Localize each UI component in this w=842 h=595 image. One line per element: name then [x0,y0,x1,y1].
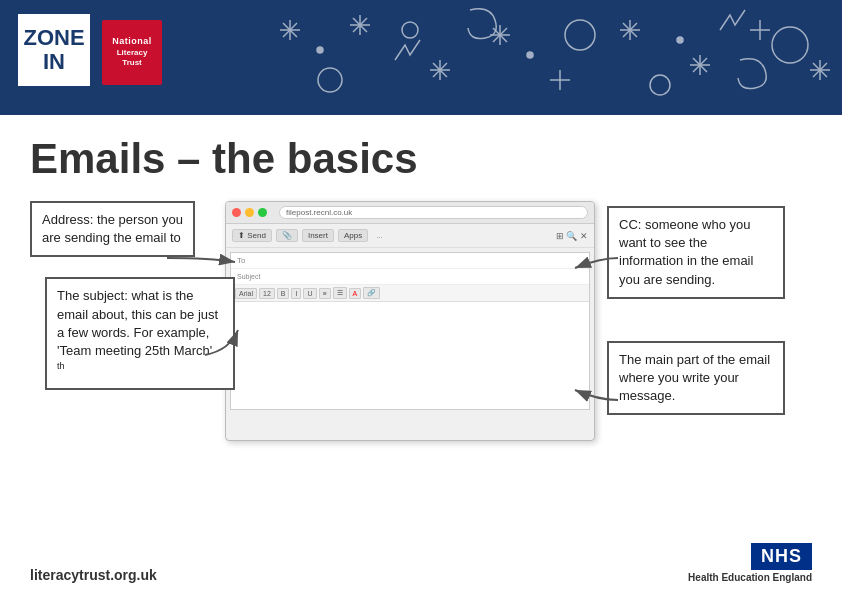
insert-btn: Insert [302,229,334,242]
subject-annotation: The subject: what is the email about, th… [45,277,235,389]
zone-in-logo: ZONE IN [18,14,90,86]
address-annotation: Address: the person you are sending the … [30,201,195,257]
left-annotations: Address: the person you are sending the … [30,201,235,390]
to-field: To [231,253,589,269]
maximize-dot [258,208,267,217]
bold-btn: B [277,288,290,299]
compose-body [231,302,589,362]
nhs-logo: NHS Health Education England [688,543,812,583]
link-btn: 🔗 [363,287,380,299]
email-mockup-wrapper: filepost.recnl.co.uk ⬆ Send 📎 Insert App… [225,201,595,441]
subject-field-label: Subject [237,273,272,280]
mock-toolbar: filepost.recnl.co.uk [226,202,594,224]
subject-field: Subject [231,269,589,285]
size-btn: 12 [259,288,275,299]
main-content: Emails – the basics Address: the person … [0,115,842,451]
svg-point-38 [317,47,323,53]
footer-link: literacytrust.org.uk [30,567,157,583]
attach-btn: 📎 [276,229,298,242]
send-btn: ⬆ Send [232,229,272,242]
compose-form: To Subject Arial 12 B I U [230,252,590,410]
more-nav: ... [376,231,383,240]
align-btn: ≡ [319,288,331,299]
footer: literacytrust.org.uk NHS Health Educatio… [30,543,812,583]
url-bar: filepost.recnl.co.uk [279,206,588,219]
superscript-th: th [57,361,65,371]
to-label: To [237,256,272,265]
font-btn: Arial [235,288,257,299]
email-mockup: filepost.recnl.co.uk ⬆ Send 📎 Insert App… [225,201,595,441]
color-btn: A [349,288,362,299]
italic-btn: I [291,288,301,299]
right-annotations: CC: someone who you want to see the info… [607,201,792,415]
header: ZONE IN National Literacy Trust [0,0,842,115]
body-annotation: The main part of the email where you wri… [607,341,785,416]
page-wrapper: ZONE IN National Literacy Trust Emails –… [0,0,842,451]
underline-btn: U [303,288,316,299]
apps-btn: Apps [338,229,368,242]
nlt-logo: National Literacy Trust [102,20,162,85]
svg-point-40 [677,37,683,43]
compose-format-toolbar: Arial 12 B I U ≡ ☰ A 🔗 [231,285,589,302]
content-row: Address: the person you are sending the … [30,201,812,441]
list-btn: ☰ [333,287,347,299]
mock-nav: ⬆ Send 📎 Insert Apps ... ⊞ 🔍 ✕ [226,224,594,248]
minimize-dot [245,208,254,217]
cc-annotation: CC: someone who you want to see the info… [607,206,785,299]
svg-point-39 [527,52,533,58]
nhs-subtitle: Health Education England [688,572,812,583]
nhs-badge: NHS [751,543,812,570]
icons-right: ⊞ 🔍 ✕ [556,231,588,241]
page-title: Emails – the basics [30,135,812,183]
